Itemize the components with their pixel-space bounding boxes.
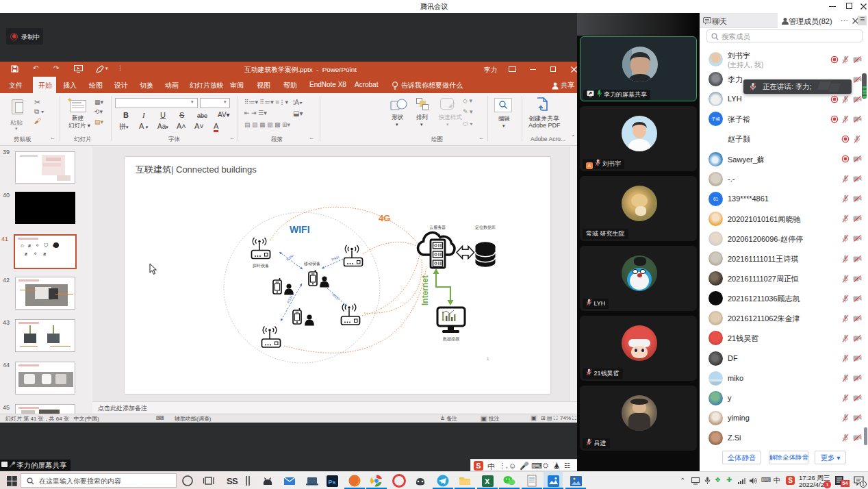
- svg-text:WIFI: WIFI: [290, 224, 310, 235]
- svg-text:RSSI: RSSI: [285, 253, 294, 262]
- svg-text:RSSI: RSSI: [286, 294, 294, 303]
- svg-text:1: 1: [487, 357, 489, 361]
- svg-text:云服务器: 云服务器: [429, 225, 446, 230]
- svg-text:移动设备: 移动设备: [304, 261, 320, 266]
- svg-text:Internet: Internet: [420, 275, 430, 305]
- svg-text:X: X: [485, 477, 490, 486]
- svg-text:4G: 4G: [379, 213, 390, 223]
- svg-text:RSSI: RSSI: [331, 292, 340, 301]
- svg-text:S: S: [232, 476, 238, 486]
- svg-text:RSSI: RSSI: [331, 255, 340, 262]
- svg-text:定位数据库: 定位数据库: [475, 225, 496, 230]
- svg-text:探针设备: 探针设备: [253, 263, 269, 268]
- svg-text:Ps: Ps: [329, 479, 336, 486]
- svg-text:数据挖掘: 数据挖掘: [443, 336, 459, 342]
